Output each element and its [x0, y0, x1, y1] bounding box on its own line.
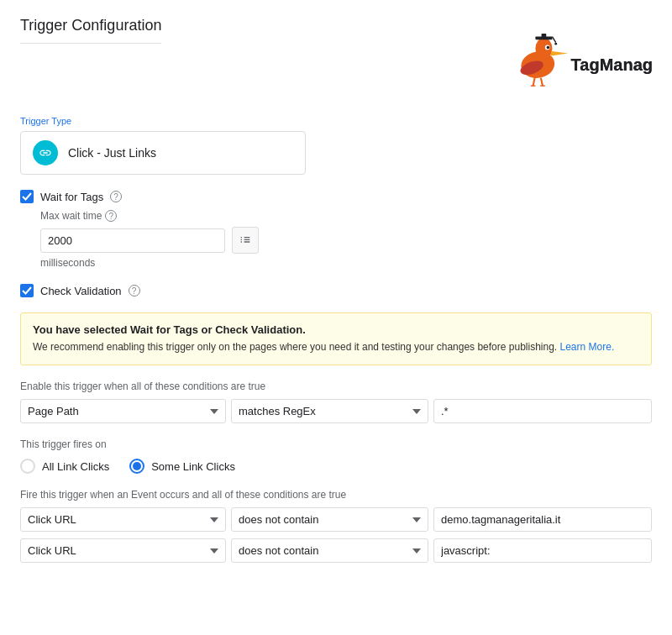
warning-body: We recommend enabling this trigger only …: [33, 341, 557, 353]
learn-more-link[interactable]: Learn More.: [560, 341, 615, 353]
max-wait-time-section: Max wait time ? milliseconds: [40, 210, 652, 269]
max-wait-time-input-row: [40, 227, 652, 254]
fire-condition-operator-0[interactable]: does not contain: [231, 507, 428, 532]
wait-for-tags-label: Wait for Tags: [40, 191, 103, 203]
fire-condition-operator-1[interactable]: does not contain: [231, 538, 428, 563]
fires-on-label: This trigger fires on: [20, 438, 652, 450]
enable-condition-operator-0[interactable]: matches RegEx: [231, 399, 428, 423]
trigger-configuration-panel: Trigger Configuration: [0, 0, 672, 635]
variable-picker-button[interactable]: [232, 227, 259, 254]
svg-point-6: [554, 43, 557, 45]
enable-conditions-label: Enable this trigger when all of these co…: [20, 380, 652, 392]
max-wait-time-input[interactable]: [40, 228, 225, 253]
max-wait-time-help-icon[interactable]: ?: [105, 210, 117, 222]
wait-for-tags-section: Wait for Tags ? Max wait time ? millisec…: [20, 190, 652, 269]
fire-condition-field-0[interactable]: Click URL: [20, 507, 226, 532]
trigger-type-selector[interactable]: Click - Just Links: [20, 131, 306, 175]
logo-area: TagManager TagManagerItalia: [484, 17, 652, 101]
check-validation-row: Check Validation ?: [20, 284, 652, 297]
fire-condition-row-0: Click URL does not contain: [20, 507, 652, 532]
fire-conditions-section: Fire this trigger when an Event occurs a…: [20, 489, 652, 563]
milliseconds-label: milliseconds: [40, 257, 652, 269]
fire-condition-value-1[interactable]: [433, 538, 652, 563]
enable-condition-value-0[interactable]: [433, 399, 652, 423]
fire-condition-row-1: Click URL does not contain: [20, 538, 652, 563]
some-link-clicks-radio[interactable]: [129, 459, 144, 474]
trigger-type-icon: [33, 140, 58, 165]
svg-line-11: [541, 78, 543, 86]
enable-conditions-section: Enable this trigger when all of these co…: [20, 380, 652, 423]
checkmark-icon: [22, 192, 32, 202]
check-validation-checkbox[interactable]: [20, 284, 34, 297]
fires-on-section: This trigger fires on All Link Clicks So…: [20, 438, 652, 474]
warning-box: You have selected Wait for Tags or Check…: [20, 312, 652, 365]
check-validation-help-icon[interactable]: ?: [129, 285, 140, 297]
svg-line-5: [552, 37, 555, 43]
logo-svg: TagManager TagManagerItalia: [484, 17, 652, 101]
checkmark-icon-2: [22, 286, 32, 296]
max-wait-time-label-row: Max wait time ?: [40, 210, 652, 222]
svg-marker-7: [551, 51, 568, 56]
some-link-clicks-label: Some Link Clicks: [151, 460, 235, 473]
fire-condition-value-0[interactable]: [433, 507, 652, 532]
trigger-type-name: Click - Just Links: [68, 146, 156, 160]
svg-rect-4: [542, 34, 547, 39]
wait-for-tags-help-icon[interactable]: ?: [110, 191, 122, 202]
wait-for-tags-row: Wait for Tags ?: [20, 190, 652, 203]
radio-inner-dot: [133, 462, 141, 470]
warning-title: You have selected Wait for Tags or Check…: [33, 323, 639, 336]
all-link-clicks-option[interactable]: All Link Clicks: [20, 459, 109, 474]
svg-line-10: [533, 77, 535, 86]
radio-row: All Link Clicks Some Link Clicks: [20, 459, 652, 474]
page-title: Trigger Configuration: [20, 17, 161, 43]
all-link-clicks-radio[interactable]: [20, 459, 35, 474]
warning-text: We recommend enabling this trigger only …: [33, 339, 639, 354]
fire-condition-field-1[interactable]: Click URL: [20, 538, 226, 563]
svg-text:TagManagerItalia: TagManagerItalia: [571, 55, 652, 74]
wait-for-tags-checkbox[interactable]: [20, 190, 34, 203]
all-link-clicks-label: All Link Clicks: [42, 460, 109, 473]
trigger-type-label: Trigger Type: [20, 116, 652, 126]
trigger-type-section: Trigger Type Click - Just Links: [20, 116, 652, 175]
svg-point-9: [547, 46, 550, 50]
fire-conditions-label: Fire this trigger when an Event occurs a…: [20, 489, 652, 501]
variable-icon: [239, 234, 252, 247]
enable-condition-row-0: Page Path matches RegEx: [20, 399, 652, 423]
max-wait-time-label: Max wait time: [40, 210, 102, 222]
check-validation-label: Check Validation: [40, 285, 122, 297]
enable-condition-field-0[interactable]: Page Path: [20, 399, 226, 423]
link-icon: [39, 146, 52, 160]
svg-point-2: [535, 38, 552, 60]
title-area: Trigger Configuration: [20, 17, 161, 57]
header: Trigger Configuration: [20, 17, 652, 101]
check-validation-section: Check Validation ?: [20, 284, 652, 297]
some-link-clicks-option[interactable]: Some Link Clicks: [129, 459, 235, 474]
